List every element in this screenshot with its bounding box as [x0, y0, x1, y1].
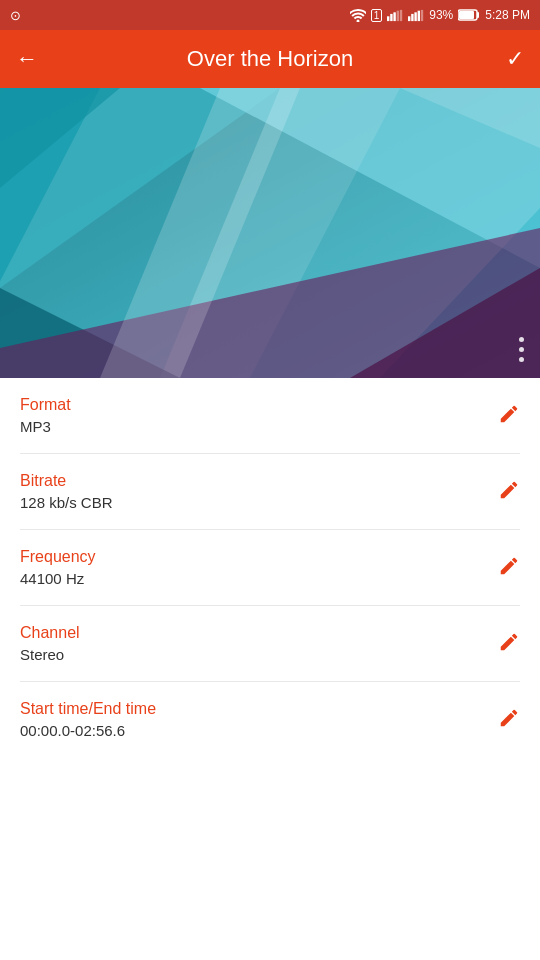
property-item: Start time/End time00:00.0-02:56.6	[20, 682, 520, 757]
svg-rect-8	[418, 10, 420, 20]
edit-button-start-time/end-time[interactable]	[498, 707, 520, 733]
property-value-format: MP3	[20, 418, 71, 435]
properties-list: FormatMP3 Bitrate128 kb/s CBR Frequency4…	[0, 378, 540, 757]
svg-rect-3	[397, 10, 399, 20]
property-content: Bitrate128 kb/s CBR	[20, 472, 113, 511]
property-item: Frequency44100 Hz	[20, 530, 520, 606]
toolbar: ← Over the Horizon ✓	[0, 30, 540, 88]
more-options-button[interactable]	[519, 337, 524, 362]
svg-rect-1	[390, 13, 392, 20]
battery-icon	[458, 9, 480, 21]
property-content: FormatMP3	[20, 396, 71, 435]
property-label-format: Format	[20, 396, 71, 414]
property-value-start-time/end-time: 00:00.0-02:56.6	[20, 722, 156, 739]
app-status-icon: ⊙	[10, 8, 21, 23]
edit-button-channel[interactable]	[498, 631, 520, 657]
dot3	[519, 357, 524, 362]
property-label-frequency: Frequency	[20, 548, 96, 566]
svg-rect-9	[421, 9, 423, 20]
confirm-button[interactable]: ✓	[506, 46, 524, 72]
property-value-bitrate: 128 kb/s CBR	[20, 494, 113, 511]
property-item: FormatMP3	[20, 378, 520, 454]
album-art	[0, 88, 540, 378]
svg-rect-7	[415, 12, 417, 21]
status-icons: 1 93% 5:28 PM	[350, 8, 530, 22]
dot2	[519, 347, 524, 352]
dot1	[519, 337, 524, 342]
edit-button-format[interactable]	[498, 403, 520, 429]
signal2-icon	[408, 9, 424, 22]
svg-rect-0	[387, 16, 389, 21]
page-title: Over the Horizon	[56, 46, 484, 72]
property-content: ChannelStereo	[20, 624, 80, 663]
back-button[interactable]: ←	[16, 46, 38, 72]
svg-rect-4	[400, 9, 402, 20]
status-bar: ⊙ 1 93% 5:28 P	[0, 0, 540, 30]
svg-rect-11	[459, 11, 474, 19]
svg-rect-2	[394, 12, 396, 21]
sim1-icon: 1	[371, 9, 383, 22]
battery-percent: 93%	[429, 8, 453, 22]
property-label-bitrate: Bitrate	[20, 472, 113, 490]
property-value-frequency: 44100 Hz	[20, 570, 96, 587]
property-item: Bitrate128 kb/s CBR	[20, 454, 520, 530]
edit-button-bitrate[interactable]	[498, 479, 520, 505]
property-item: ChannelStereo	[20, 606, 520, 682]
property-value-channel: Stereo	[20, 646, 80, 663]
property-label-channel: Channel	[20, 624, 80, 642]
property-label-start-time/end-time: Start time/End time	[20, 700, 156, 718]
property-content: Frequency44100 Hz	[20, 548, 96, 587]
wifi-icon	[350, 9, 366, 22]
property-content: Start time/End time00:00.0-02:56.6	[20, 700, 156, 739]
edit-button-frequency[interactable]	[498, 555, 520, 581]
svg-rect-5	[408, 16, 410, 21]
signal-icon	[387, 9, 403, 22]
status-time: 5:28 PM	[485, 8, 530, 22]
svg-rect-6	[411, 13, 413, 20]
